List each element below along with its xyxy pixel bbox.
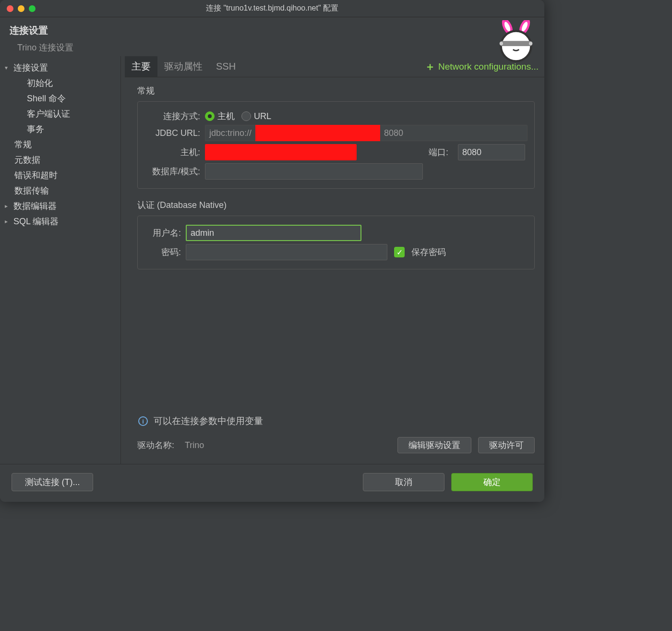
window-controls [0,5,36,12]
password-label: 密码: [144,246,186,258]
sidebar-item-connection-settings[interactable]: ▾连接设置 [0,60,120,75]
database-input[interactable] [205,163,423,180]
port-label: 端口: [429,146,453,158]
driver-name-label: 驱动名称: [137,439,174,451]
svg-point-8 [500,42,503,45]
radio-icon [205,111,215,121]
password-input[interactable] [186,244,387,260]
general-group-title: 常规 [137,85,535,97]
tab-ssh[interactable]: SSH [209,57,242,76]
chevron-right-icon: ▸ [5,218,12,225]
save-password-label: 保存密码 [411,246,446,258]
sidebar-item-general[interactable]: 常规 [0,137,120,152]
dialog-footer: 测试连接 (T)... 取消 确定 [0,464,544,502]
database-label: 数据库/模式: [144,166,205,177]
sidebar-item-metadata[interactable]: 元数据 [0,152,120,168]
driver-row: 驱动名称: Trino 编辑驱动设置 驱动许可 [137,434,535,458]
host-input-redacted[interactable] [205,144,357,160]
trino-logo-icon [494,20,538,63]
auth-group-title: 认证 (Database Native) [137,199,535,211]
svg-point-9 [529,42,532,45]
auth-group: 用户名: 密码: ✓ 保存密码 [137,216,535,269]
tab-main[interactable]: 主要 [125,56,157,77]
connect-by-label: 连接方式: [144,110,205,122]
jdbc-url-redacted [255,125,380,141]
jdbc-url-prefix: jdbc:trino:// [205,125,255,141]
tab-bar: 主要 驱动属性 SSH ＋ Network configurations... [125,56,544,77]
save-password-checkbox[interactable]: ✓ [394,247,405,257]
edit-driver-button[interactable]: 编辑驱动设置 [397,437,471,453]
svg-rect-7 [500,41,532,46]
radio-host[interactable]: 主机 [205,110,235,122]
plus-icon: ＋ [425,60,435,74]
chevron-right-icon: ▸ [5,203,12,209]
general-group: 连接方式: 主机 URL JDBC URL: jdbc:trino:// 808… [137,101,535,189]
sidebar: ▾连接设置 初始化 Shell 命令 客户端认证 事务 常规 元数据 错误和超时… [0,56,121,464]
sidebar-item-init[interactable]: 初始化 [0,75,120,91]
username-label: 用户名: [144,227,186,239]
info-text: 可以在连接参数中使用变量 [154,415,263,427]
main-content: 主要 驱动属性 SSH ＋ Network configurations... … [121,56,544,464]
zoom-icon[interactable] [29,5,36,12]
dialog-window: 连接 "truno1v.test.bjmd.qihoo.net" 配置 连接设置… [0,0,544,502]
header: 连接设置 Trino 连接设置 [0,17,544,56]
dialog-body: ▾连接设置 初始化 Shell 命令 客户端认证 事务 常规 元数据 错误和超时… [0,56,544,464]
host-label: 主机: [144,146,205,158]
port-input[interactable] [458,144,525,160]
username-input[interactable] [186,225,361,241]
main-panel: 常规 连接方式: 主机 URL JDBC URL: jdbc:trino:// [125,77,544,464]
tab-driver-props[interactable]: 驱动属性 [157,56,209,77]
jdbc-url-port: 8080 [380,125,528,141]
info-icon: i [138,416,148,426]
radio-icon [241,111,251,121]
ok-button[interactable]: 确定 [451,473,533,491]
page-subtitle: Trino 连接设置 [17,42,535,53]
chevron-down-icon: ▾ [5,64,12,71]
radio-url[interactable]: URL [241,111,271,121]
close-icon[interactable] [7,5,13,12]
titlebar: 连接 "truno1v.test.bjmd.qihoo.net" 配置 [0,0,544,17]
sidebar-item-sql-editor[interactable]: ▸SQL 编辑器 [0,214,120,229]
minimize-icon[interactable] [18,5,24,12]
cancel-button[interactable]: 取消 [363,473,444,491]
sidebar-item-data-editor[interactable]: ▸数据编辑器 [0,198,120,214]
test-connection-button[interactable]: 测试连接 (T)... [12,473,93,491]
sidebar-item-shell[interactable]: Shell 命令 [0,91,120,106]
info-row: i 可以在连接参数中使用变量 [137,411,535,434]
driver-license-button[interactable]: 驱动许可 [478,437,535,453]
driver-name-value: Trino [185,440,204,450]
sidebar-item-client-auth[interactable]: 客户端认证 [0,106,120,121]
window-title: 连接 "truno1v.test.bjmd.qihoo.net" 配置 [0,3,544,13]
sidebar-item-transactions[interactable]: 事务 [0,121,120,137]
sidebar-item-transfer[interactable]: 数据传输 [0,183,120,198]
jdbc-label: JDBC URL: [144,128,205,138]
page-title: 连接设置 [10,24,535,37]
sidebar-item-errors[interactable]: 错误和超时 [0,168,120,183]
